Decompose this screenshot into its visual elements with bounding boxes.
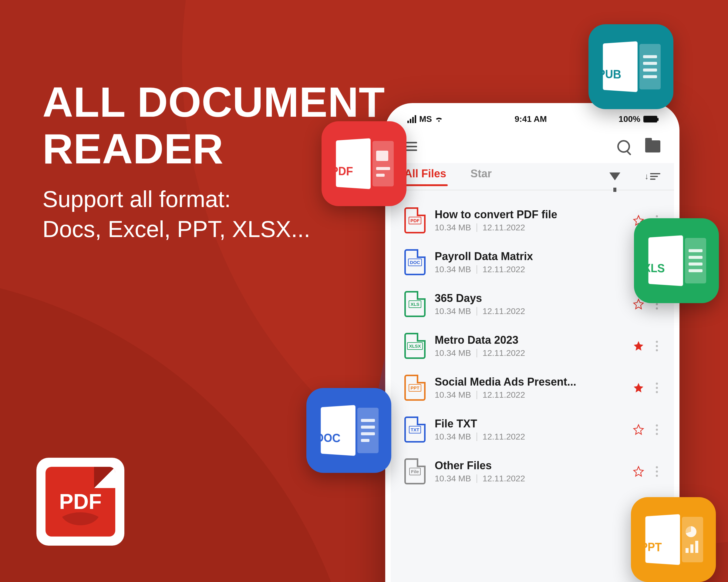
file-name: Payroll Data Matrix [435,250,624,263]
file-meta: 10.34 MB12.11.2022 [435,390,624,400]
xls-format-badge: XLS [634,218,719,303]
carrier-label: MS [419,114,432,124]
pdf-logo-label: PDF [59,490,102,514]
badge-label: DOC [316,431,340,445]
filter-icon[interactable] [609,172,620,181]
star-icon[interactable] [633,340,644,352]
headline-title-line1: ALL DOCUMENT [43,78,385,126]
file-meta: 10.34 MB12.11.2022 [435,223,624,232]
folder-icon[interactable] [645,140,660,153]
battery-icon [643,116,657,122]
sort-icon[interactable]: ↓ [645,172,660,181]
badge-label: PDF [331,165,353,178]
file-row[interactable]: PDF How to convert PDF file 10.34 MB12.1… [391,199,674,241]
file-meta: 10.34 MB12.11.2022 [435,348,624,358]
file-name: 365 Days [435,292,624,305]
headline-title-line2: READER [43,125,224,172]
file-row[interactable]: XLSX Metro Data 2023 10.34 MB12.11.2022 [391,325,674,367]
pdf-format-badge: PDF [321,121,407,206]
xls-file-icon: XLS [404,291,425,317]
ppt-file-icon: PPT [404,375,425,401]
file-row[interactable]: File Other Files 10.34 MB12.11.2022 [391,450,674,492]
status-bar: MS 9:41 AM 100% [391,109,674,130]
more-icon[interactable] [653,383,660,393]
ppt-format-badge: PPT [631,497,716,582]
star-icon[interactable] [633,466,644,477]
doc-format-badge: DOC [306,388,391,473]
file-name: File TXT [435,417,624,430]
app-bar [391,130,674,163]
tab-all-files[interactable]: All Files [404,167,446,186]
badge-label: PPT [641,541,662,554]
wifi-icon [435,116,443,122]
generic-file-icon: File [404,458,425,484]
file-row[interactable]: PPT Social Media Ads Present... 10.34 MB… [391,367,674,409]
tab-star[interactable]: Star [470,167,492,186]
tabs-bar: All Files Star ↓ [391,163,674,190]
pub-format-badge: PUB [589,24,673,109]
file-row[interactable]: TXT File TXT 10.34 MB12.11.2022 [391,409,674,450]
pdf-app-logo: PDF [36,458,124,546]
more-icon[interactable] [653,424,660,435]
file-meta: 10.34 MB12.11.2022 [435,474,624,483]
headline-subtitle-line1: Support all format: [43,186,231,212]
file-name: How to convert PDF file [435,208,624,221]
xlsx-file-icon: XLSX [404,333,425,359]
file-list: PDF How to convert PDF file 10.34 MB12.1… [391,190,674,501]
status-time: 9:41 AM [515,114,547,124]
file-name: Other Files [435,459,624,472]
more-icon[interactable] [653,341,660,351]
file-meta: 10.34 MB12.11.2022 [435,432,624,442]
file-name: Social Media Ads Present... [435,376,624,388]
file-row[interactable]: DOC Payroll Data Matrix 10.34 MB12.11.20… [391,241,674,283]
headline-subtitle-line2: Docs, Excel, PPT, XLSX... [43,216,310,242]
file-meta: 10.34 MB12.11.2022 [435,265,624,274]
star-icon[interactable] [633,424,644,435]
txt-file-icon: TXT [404,416,425,443]
doc-file-icon: DOC [404,249,425,275]
battery-label: 100% [619,114,640,124]
file-name: Metro Data 2023 [435,334,624,347]
file-meta: 10.34 MB12.11.2022 [435,306,624,316]
file-row[interactable]: XLS 365 Days 10.34 MB12.11.2022 [391,283,674,325]
search-icon[interactable] [617,140,630,153]
badge-label: XLS [644,261,665,275]
badge-label: PUB [598,67,621,81]
pdf-file-icon: PDF [404,207,425,233]
more-icon[interactable] [653,466,660,477]
signal-icon [407,115,416,123]
star-icon[interactable] [633,382,644,393]
